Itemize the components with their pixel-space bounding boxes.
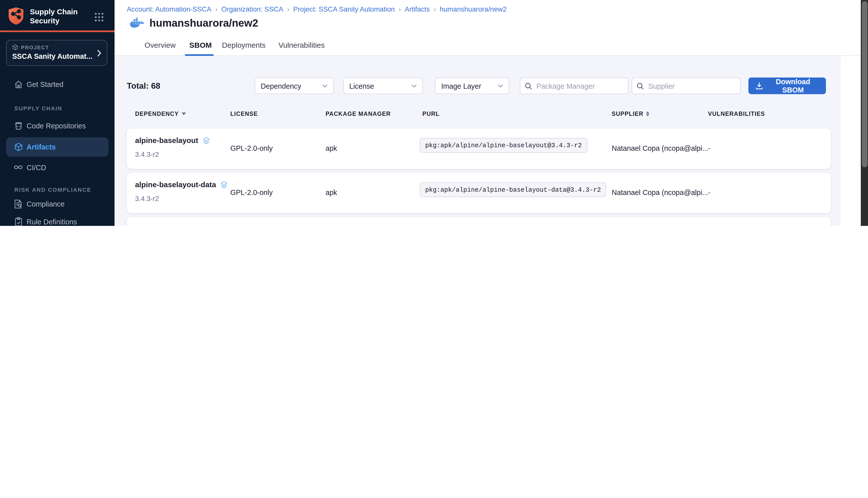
sort-desc-icon <box>182 112 186 115</box>
accent-divider <box>0 30 115 32</box>
breadcrumb-account[interactable]: Account: Automation-SSCA <box>127 5 212 13</box>
chevron-down-icon <box>411 84 417 88</box>
license-filter-dropdown[interactable]: License <box>343 78 423 94</box>
layers-outline-icon <box>202 136 211 144</box>
project-selector[interactable]: PROJECT SSCA Sanity Automat... <box>6 40 107 66</box>
purl-chip[interactable]: pkg:apk/alpine/alpine-baselayout@3.4.3-r… <box>420 138 587 153</box>
sidebar-item-label: CI/CD <box>27 163 46 171</box>
breadcrumb-organization[interactable]: Organization: SSCA <box>221 5 283 13</box>
column-header-purl: PURL <box>423 110 440 117</box>
clipboard-check-icon <box>13 217 23 226</box>
table-row[interactable]: alpine-baselayout-data 3.4.3-r2 GPL-2.0-… <box>127 173 831 213</box>
tab-deployments[interactable]: Deployments <box>222 41 266 49</box>
button-label: Download SBOM <box>767 78 819 94</box>
active-tab-indicator <box>185 54 214 56</box>
project-label: PROJECT <box>21 44 49 50</box>
breadcrumb-current[interactable]: humanshuarora/new2 <box>440 5 507 13</box>
tab-vulnerabilities[interactable]: Vulnerabilities <box>279 41 325 49</box>
sidebar-item-label: Rule Definitions <box>27 217 77 226</box>
chevron-down-icon <box>322 84 328 88</box>
sidebar-item-cicd[interactable]: CI/CD <box>0 159 115 175</box>
supplier-cell: Natanael Copa (ncopa@alpi... <box>612 144 708 152</box>
supplier-search-input[interactable] <box>647 81 736 90</box>
home-icon <box>13 79 23 89</box>
license-cell: GPL-2.0-only <box>230 144 273 152</box>
layers-outline-icon <box>179 225 188 226</box>
package-manager-search <box>520 78 628 94</box>
image-layer-filter-dropdown[interactable]: Image Layer <box>435 78 509 94</box>
sidebar-item-label: Get Started <box>27 80 64 88</box>
table-row[interactable]: alpine-baselayout 3.4.3-r2 GPL-2.0-only … <box>127 128 831 169</box>
search-icon <box>525 82 532 90</box>
sidebar-item-label: Code Repositories <box>27 122 86 130</box>
sidebar-item-get-started[interactable]: Get Started <box>0 76 115 92</box>
table-row[interactable]: alpine-keys 2.4-r1 MIT apk pkg:apk/alpin… <box>127 217 831 226</box>
apps-grid-icon[interactable] <box>94 12 104 22</box>
cube-icon <box>12 44 18 50</box>
sidebar-item-compliance[interactable]: Compliance <box>0 196 115 212</box>
vulnerabilities-cell: - <box>708 144 710 152</box>
dependency-filter-dropdown[interactable]: Dependency <box>255 78 334 94</box>
dropdown-value: License <box>349 82 374 90</box>
column-header-package-manager: PACKAGE MANAGER <box>325 110 391 117</box>
cube-icon <box>13 142 23 152</box>
download-sbom-button[interactable]: Download SBOM <box>748 78 826 94</box>
package-manager-cell: apk <box>325 188 337 196</box>
sidebar-item-rule-definitions[interactable]: Rule Definitions <box>0 213 115 226</box>
docker-icon <box>130 17 145 29</box>
supplier-cell: Natanael Copa (ncopa@alpi... <box>612 188 708 196</box>
sidebar-item-label: Compliance <box>27 200 65 208</box>
license-cell: GPL-2.0-only <box>230 188 273 196</box>
search-icon <box>637 82 644 90</box>
tab-overview[interactable]: Overview <box>144 41 176 49</box>
dropdown-value: Image Layer <box>441 82 481 90</box>
project-name: SSCA Sanity Automat... <box>12 52 101 60</box>
sidebar-item-artifacts[interactable]: Artifacts <box>6 137 108 157</box>
breadcrumb-separator: › <box>215 5 217 13</box>
tab-bar: Overview SBOM Deployments Vulnerabilitie… <box>115 37 868 56</box>
document-search-icon <box>13 199 23 209</box>
main-panel: Account: Automation-SSCA›Organization: S… <box>115 0 868 226</box>
dependency-name[interactable]: alpine-keys <box>135 225 176 226</box>
dependency-name[interactable]: alpine-baselayout-data <box>135 181 216 189</box>
column-header-dependency[interactable]: DEPENDENCY <box>135 110 186 117</box>
column-header-vulnerabilities: VULNERABILITIES <box>708 110 765 117</box>
page-scrollbar[interactable] <box>861 0 868 226</box>
purl-chip[interactable]: pkg:apk/alpine/alpine-baselayout-data@3.… <box>420 182 606 197</box>
dropdown-value: Dependency <box>261 82 301 90</box>
supplier-search <box>632 78 741 94</box>
code-repository-icon <box>13 121 23 131</box>
dependency-version: 3.4.3-r2 <box>135 195 159 203</box>
package-manager-search-input[interactable] <box>535 81 623 90</box>
infinity-icon <box>13 162 23 172</box>
sort-both-icon <box>646 111 650 116</box>
sidebar-section-supply-chain: SUPPLY CHAIN <box>14 105 62 111</box>
breadcrumb-separator: › <box>399 5 401 13</box>
sidebar-item-code-repositories[interactable]: Code Repositories <box>0 117 115 134</box>
sidebar: Supply Chain Security PROJECT SSCA Sanit… <box>0 0 115 226</box>
column-header-license: LICENSE <box>230 110 258 117</box>
dependency-name[interactable]: alpine-baselayout <box>135 136 198 144</box>
page-title: humanshuarora/new2 <box>149 17 258 29</box>
breadcrumb-separator: › <box>433 5 436 13</box>
dependency-version: 3.4.3-r2 <box>135 151 159 159</box>
chevron-down-icon <box>497 84 503 88</box>
tab-sbom[interactable]: SBOM <box>189 41 212 49</box>
scrollbar-thumb[interactable] <box>862 1 867 167</box>
chevron-right-icon <box>97 49 102 57</box>
breadcrumb: Account: Automation-SSCA›Organization: S… <box>127 5 507 13</box>
breadcrumb-separator: › <box>287 5 289 13</box>
download-icon <box>756 82 763 90</box>
layers-outline-icon <box>220 181 228 189</box>
package-manager-cell: apk <box>325 144 337 152</box>
shield-logo-icon <box>8 6 24 25</box>
vulnerabilities-cell: - <box>708 188 710 196</box>
sidebar-item-label: Artifacts <box>27 143 56 151</box>
breadcrumb-project[interactable]: Project: SSCA Sanity Automation <box>293 5 395 13</box>
app-window: Supply Chain Security PROJECT SSCA Sanit… <box>0 0 868 226</box>
breadcrumb-artifacts[interactable]: Artifacts <box>405 5 430 13</box>
column-header-supplier[interactable]: SUPPLIER <box>612 110 650 117</box>
app-logo: Supply Chain Security <box>8 6 91 25</box>
app-title: Supply Chain Security <box>30 8 91 26</box>
total-count: Total: 68 <box>127 81 160 90</box>
